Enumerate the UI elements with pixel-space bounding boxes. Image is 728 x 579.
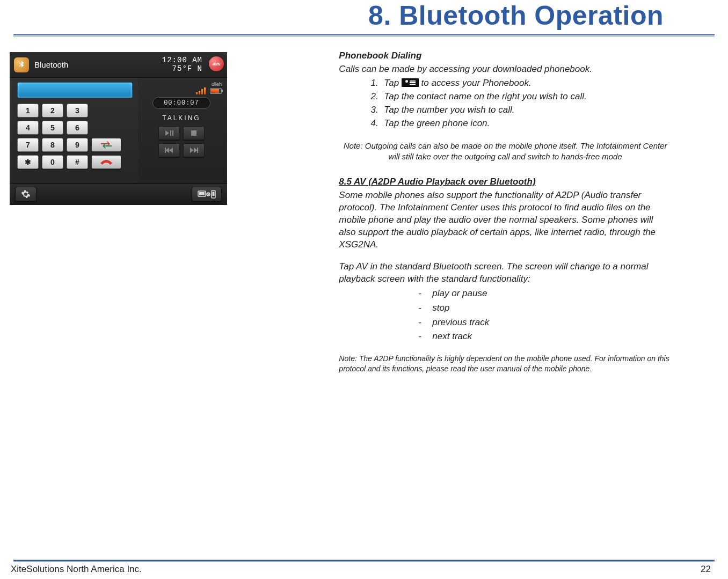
settings-button[interactable] <box>15 187 37 202</box>
keypad-6[interactable]: 6 <box>67 121 88 135</box>
step-4: Tap the green phone icon. <box>381 118 672 130</box>
keypad-5[interactable]: 5 <box>42 121 63 135</box>
svg-rect-0 <box>191 130 196 136</box>
keypad-8[interactable]: 8 <box>42 138 63 152</box>
device-title: Bluetooth <box>34 60 162 69</box>
phonebook-icon <box>402 78 419 87</box>
phonebook-note: Note: Outgoing calls can also be made on… <box>339 141 672 163</box>
call-status: TALKING <box>141 114 222 122</box>
keypad-swap-button[interactable] <box>91 138 121 152</box>
keypad-star[interactable]: ✱ <box>17 155 39 169</box>
next-track-button[interactable] <box>183 143 205 157</box>
keypad-7[interactable]: 7 <box>17 138 39 152</box>
keypad-0[interactable]: 0 <box>42 155 63 169</box>
play-pause-button[interactable] <box>158 126 180 140</box>
hangup-button[interactable] <box>91 155 121 169</box>
svg-rect-5 <box>213 192 215 196</box>
avn-badge-icon: AVN <box>209 56 224 71</box>
step1-post: to access your Phonebook. <box>419 78 532 88</box>
signal-icon <box>196 87 208 94</box>
page-title: 8. Bluetooth Operation <box>11 0 664 31</box>
keypad-4[interactable]: 4 <box>17 121 39 135</box>
battery-icon <box>210 88 222 94</box>
keypad-9[interactable]: 9 <box>67 138 88 152</box>
page-number: 22 <box>701 564 711 575</box>
device-mode-button[interactable] <box>192 187 222 202</box>
device-screenshot: Bluetooth 12:00 AM 75°F N AVN 1 2 3 <box>10 52 227 205</box>
a2dp-item-next: next track <box>418 331 672 343</box>
a2dp-note: Note: The A2DP functionality is highly d… <box>339 354 672 374</box>
a2dp-item-stop: stop <box>418 302 672 314</box>
carrier-label: olleh <box>212 82 222 87</box>
number-display[interactable] <box>17 82 133 98</box>
a2dp-item-playpause: play or pause <box>418 288 672 300</box>
step-1: Tap to access your Phonebook. <box>381 77 672 90</box>
a2dp-para1: Some mobile phones also support the func… <box>339 189 672 251</box>
keypad-3[interactable]: 3 <box>67 104 88 118</box>
a2dp-item-prev: previous track <box>418 317 672 329</box>
step1-pre: Tap <box>384 78 401 88</box>
step-3: Tap the number you wish to call. <box>381 104 672 116</box>
phonebook-heading: Phonebook Dialing <box>339 50 672 62</box>
bluetooth-app-icon <box>14 57 29 72</box>
keypad-hash[interactable]: # <box>67 155 88 169</box>
footer-company: XiteSolutions North America Inc. <box>11 564 142 575</box>
svg-rect-2 <box>199 192 205 195</box>
device-clock: 12:00 AM <box>162 56 202 64</box>
footer-rule <box>13 560 715 561</box>
stop-button[interactable] <box>183 126 205 140</box>
device-temp: 75°F N <box>162 65 202 73</box>
a2dp-para2: Tap AV in the standard Bluetooth screen.… <box>339 261 672 285</box>
phonebook-intro: Calls can be made by accessing your down… <box>339 63 672 76</box>
keypad-2[interactable]: 2 <box>42 104 63 118</box>
keypad-1[interactable]: 1 <box>17 104 39 118</box>
call-timer: 00:00:07 <box>152 97 210 109</box>
step-2: Tap the contact name on the right you wi… <box>381 91 672 103</box>
a2dp-heading: 8.5 AV (A2DP Audio Playback over Bluetoo… <box>339 176 672 188</box>
prev-track-button[interactable] <box>158 143 180 157</box>
